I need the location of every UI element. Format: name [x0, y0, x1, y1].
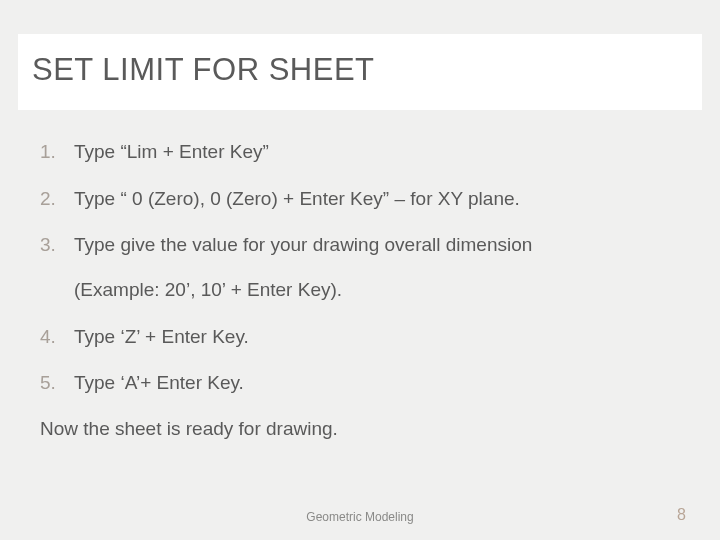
- list-item: Type “ 0 (Zero), 0 (Zero) + Enter Key” –…: [40, 187, 680, 212]
- content-area: Type “Lim + Enter Key” Type “ 0 (Zero), …: [0, 110, 720, 440]
- list-item: Type “Lim + Enter Key”: [40, 140, 680, 165]
- footer: Geometric Modeling 8: [0, 510, 720, 524]
- closing-text: Now the sheet is ready for drawing.: [40, 418, 680, 440]
- footer-label: Geometric Modeling: [306, 510, 413, 524]
- step-subtext: (Example: 20’, 10’ + Enter Key).: [74, 278, 680, 303]
- list-item: Type ‘Z’ + Enter Key.: [40, 325, 680, 350]
- step-text: Type ‘A’+ Enter Key.: [74, 372, 244, 393]
- step-text: Type give the value for your drawing ove…: [74, 234, 532, 255]
- step-text: Type ‘Z’ + Enter Key.: [74, 326, 249, 347]
- list-item: Type ‘A’+ Enter Key.: [40, 371, 680, 396]
- step-text: Type “Lim + Enter Key”: [74, 141, 269, 162]
- slide-title: SET LIMIT FOR SHEET: [32, 52, 688, 88]
- title-box: SET LIMIT FOR SHEET: [18, 34, 702, 110]
- steps-list: Type “Lim + Enter Key” Type “ 0 (Zero), …: [40, 140, 680, 396]
- page-number: 8: [677, 506, 686, 524]
- list-item: Type give the value for your drawing ove…: [40, 233, 680, 302]
- step-text: Type “ 0 (Zero), 0 (Zero) + Enter Key” –…: [74, 188, 520, 209]
